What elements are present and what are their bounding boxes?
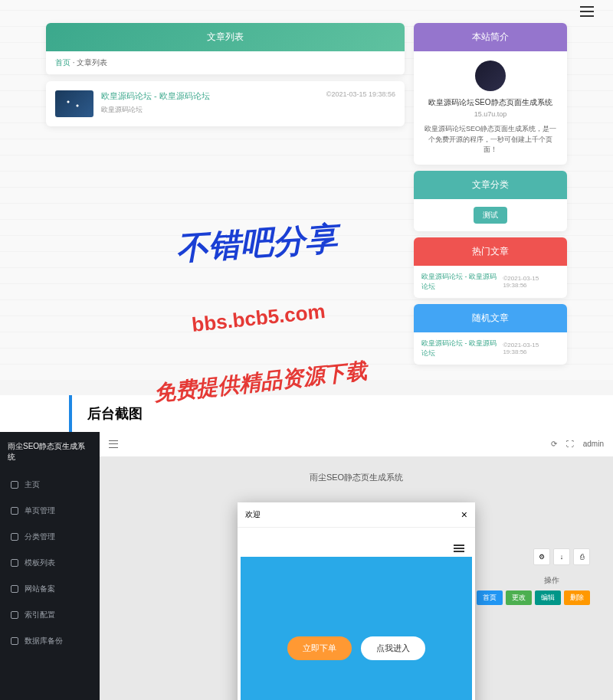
menu-icon[interactable]: [580, 6, 594, 17]
article-subtitle: 欧皇源码论坛: [101, 105, 319, 115]
intro-header: 本站简介: [414, 23, 567, 51]
op-change[interactable]: 更改: [506, 590, 532, 605]
admin-main: ⟳ ⛶ admin 雨尘SEO静态页生成系统 ⚙ ↓ ⎙ 操作 首页 更改 编辑…: [100, 432, 613, 701]
refresh-icon[interactable]: ⟳: [551, 440, 557, 448]
random-date: ©2021-03-15 19:38:56: [503, 342, 559, 355]
breadcrumb: 首页 · 文章列表: [46, 51, 405, 75]
article-title[interactable]: 欧皇源码论坛 - 欧皇源码论坛: [101, 90, 319, 102]
avatar: [475, 61, 506, 91]
home-icon: [11, 481, 18, 489]
db-icon: [11, 637, 18, 645]
hamburger-icon[interactable]: [109, 440, 118, 448]
category-tag[interactable]: 测试: [474, 207, 507, 224]
modal-menu-icon[interactable]: [454, 545, 464, 552]
op-edit[interactable]: 编辑: [535, 590, 561, 605]
sidebar-item-category[interactable]: 分类管理: [0, 524, 100, 550]
random-header: 随机文章: [414, 304, 567, 332]
hot-date: ©2021-03-15 19:38:56: [503, 275, 559, 289]
template-icon: [11, 559, 18, 567]
hot-card: 热门文章 欧皇源码论坛 - 欧皇源码论坛 ©2021-03-15 19:38:5…: [414, 237, 567, 298]
breadcrumb-home[interactable]: 首页: [55, 58, 70, 67]
fullscreen-icon[interactable]: ⛶: [566, 440, 574, 448]
random-link[interactable]: 欧皇源码论坛 - 欧皇源码论坛: [421, 339, 503, 358]
sidebar-item-index[interactable]: 索引配置: [0, 602, 100, 628]
article-thumbnail: [55, 90, 93, 117]
article-item[interactable]: 欧皇源码论坛 - 欧皇源码论坛 欧皇源码论坛 ©2021-03-15 19:38…: [46, 81, 405, 126]
breadcrumb-current: 文章列表: [77, 58, 107, 67]
hot-link[interactable]: 欧皇源码论坛 - 欧皇源码论坛: [421, 272, 503, 292]
hot-header: 热门文章: [414, 237, 567, 266]
op-delete[interactable]: 删除: [564, 590, 590, 605]
section-title: 后台截图: [69, 395, 544, 432]
enter-button[interactable]: 点我进入: [361, 636, 425, 660]
modal-title: 欢迎: [245, 509, 261, 520]
admin-sidebar: 雨尘SEO静态页生成系统 主页 单页管理 分类管理 模板列表 网站备案 索引配置…: [0, 432, 100, 701]
sidebar-item-home[interactable]: 主页: [0, 472, 100, 498]
article-list-card: 文章列表 首页 · 文章列表: [46, 23, 405, 75]
op-label: 操作: [544, 575, 559, 586]
admin-panel: 雨尘SEO静态页生成系统 主页 单页管理 分类管理 模板列表 网站备案 索引配置…: [0, 432, 613, 701]
admin-topbar: ⟳ ⛶ admin: [100, 432, 613, 456]
sidebar-item-db[interactable]: 数据库备份: [0, 628, 100, 654]
category-header: 文章分类: [414, 171, 567, 199]
intro-desc: 欧皇源码论坛SEO静态页面生成系统，是一个免费开源的程序，一秒可创建上千个页面！: [423, 124, 558, 155]
category-card: 文章分类 测试: [414, 171, 567, 231]
panel-title: 雨尘SEO静态页生成系统: [115, 472, 598, 483]
site-icon: [11, 585, 18, 593]
frontend-preview: 文章列表 首页 · 文章列表 欧皇源码论坛 - 欧皇源码论坛 欧皇源码论坛 ©2…: [0, 0, 613, 380]
tool-print[interactable]: ⎙: [573, 548, 590, 565]
page-icon: [11, 507, 18, 515]
sidebar-item-template[interactable]: 模板列表: [0, 550, 100, 576]
tool-export[interactable]: ↓: [553, 548, 570, 565]
intro-domain: 15.u7u.top: [423, 110, 558, 118]
intro-card: 本站简介 欧皇源码论坛SEO静态页面生成系统 15.u7u.top 欧皇源码论坛…: [414, 23, 567, 165]
sidebar-item-site[interactable]: 网站备案: [0, 576, 100, 602]
intro-title: 欧皇源码论坛SEO静态页面生成系统: [423, 97, 558, 108]
article-date: ©2021-03-15 19:38:56: [326, 90, 395, 117]
toolbar: ⚙ ↓ ⎙: [533, 548, 590, 565]
tool-filter[interactable]: ⚙: [533, 548, 550, 565]
article-list-header: 文章列表: [46, 23, 405, 51]
sidebar-brand: 雨尘SEO静态页生成系统: [0, 432, 100, 472]
order-button[interactable]: 立即下单: [287, 636, 352, 660]
sidebar-item-page[interactable]: 单页管理: [0, 498, 100, 524]
category-icon: [11, 533, 18, 541]
random-card: 随机文章 欧皇源码论坛 - 欧皇源码论坛 ©2021-03-15 19:38:5…: [414, 304, 567, 365]
welcome-modal: 欢迎 × 立即下单 点我进入: [238, 502, 475, 701]
close-icon[interactable]: ×: [461, 509, 467, 521]
index-icon: [11, 611, 18, 619]
op-buttons: 首页 更改 编辑 删除: [477, 590, 590, 605]
admin-user[interactable]: admin: [583, 440, 604, 448]
op-home[interactable]: 首页: [477, 590, 503, 605]
